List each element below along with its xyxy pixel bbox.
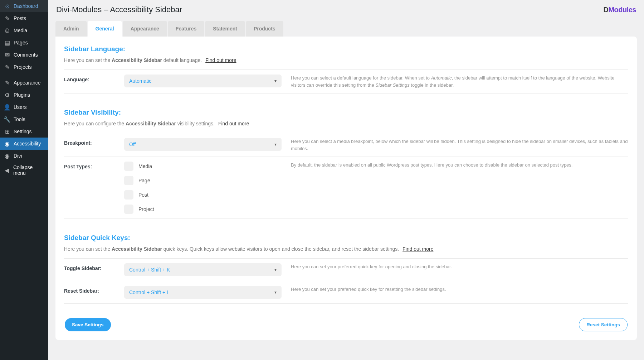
- sidebar-item-tools[interactable]: 🔧Tools: [0, 113, 48, 125]
- select-language[interactable]: Automatic ▾: [124, 75, 282, 87]
- checkbox-label-media: Media: [138, 163, 152, 169]
- sidebar-item-media[interactable]: ⎙Media: [0, 24, 48, 37]
- sidebar-item-settings[interactable]: ⊞Settings: [0, 125, 48, 138]
- field-breakpoint: Breakpoint: Off ▾ Here you can select a …: [64, 133, 628, 157]
- tab-admin[interactable]: Admin: [55, 21, 87, 37]
- label-breakpoint: Breakpoint:: [64, 138, 124, 152]
- label-posttypes: Post Types:: [64, 162, 124, 214]
- sidebar-item-appearance[interactable]: ✎Appearance: [0, 77, 48, 89]
- brand-logo: DModules: [603, 6, 636, 14]
- sidebar-item-posts[interactable]: ✎Posts: [0, 12, 48, 24]
- sidebar-item-collapse[interactable]: ◀Collapse menu: [0, 162, 48, 178]
- settings-panel: Sidebar Language: Here you can set the A…: [55, 37, 637, 340]
- field-reset-sidebar: Reset Sidebar: Control + Shift + L ▾ Her…: [64, 281, 628, 304]
- help-toggle-sidebar: Here you can set your preferred quick ke…: [282, 263, 628, 276]
- checkbox-project[interactable]: [124, 205, 133, 214]
- checkbox-post[interactable]: [124, 190, 133, 200]
- user-icon: 👤: [4, 104, 11, 111]
- sidebar-item-users[interactable]: 👤Users: [0, 101, 48, 113]
- pages-icon: ▤: [4, 39, 11, 46]
- tab-appearance[interactable]: Appearance: [123, 21, 167, 37]
- link-quickkeys-more[interactable]: Find out more: [402, 246, 433, 252]
- sidebar-item-divi[interactable]: ◉Divi: [0, 150, 48, 162]
- plug-icon: ⚙: [4, 91, 11, 99]
- save-button[interactable]: Save Settings: [65, 318, 111, 331]
- select-toggle-sidebar[interactable]: Control + Shift + K ▾: [124, 263, 282, 276]
- pin-icon: ✎: [4, 15, 11, 22]
- sidebar-item-accessibility[interactable]: ◉Accessibility: [0, 138, 48, 150]
- dashboard-icon: ⊙: [4, 3, 11, 10]
- sidebar-item-projects[interactable]: ✎Projects: [0, 61, 48, 73]
- sidebar-item-dashboard[interactable]: ⊙Dashboard: [0, 0, 48, 12]
- chevron-down-icon: ▾: [274, 78, 277, 83]
- chevron-down-icon: ▾: [274, 142, 277, 147]
- section-desc-language: Here you can set the Accessibility Sideb…: [64, 57, 628, 63]
- chevron-down-icon: ▾: [274, 290, 277, 295]
- help-language: Here you can select a default language f…: [282, 75, 628, 88]
- sliders-icon: ⊞: [4, 128, 11, 135]
- page-title: Divi-Modules – Accessibility Sidebar: [56, 5, 182, 14]
- media-icon: ⎙: [4, 27, 11, 34]
- field-language: Language: Automatic ▾ Here you can selec…: [64, 70, 628, 93]
- label-toggle-sidebar: Toggle Sidebar:: [64, 263, 124, 276]
- field-posttypes: Post Types: Media Page Post Project By d…: [64, 157, 628, 219]
- accessibility-icon: ◉: [4, 140, 11, 147]
- link-language-more[interactable]: Find out more: [205, 57, 236, 63]
- tabs: Admin General Appearance Features Statem…: [55, 21, 637, 37]
- section-title-language: Sidebar Language:: [64, 45, 628, 53]
- checkbox-media[interactable]: [124, 162, 133, 171]
- help-reset-sidebar: Here you can set your preferred quick ke…: [282, 286, 628, 299]
- main-content: Divi-Modules – Accessibility Sidebar DMo…: [48, 0, 644, 360]
- pin-icon: ✎: [4, 63, 11, 71]
- label-language: Language:: [64, 75, 124, 88]
- checkbox-page[interactable]: [124, 176, 133, 185]
- link-visibility-more[interactable]: Find out more: [218, 121, 249, 126]
- chevron-down-icon: ▾: [274, 267, 277, 272]
- sidebar-item-comments[interactable]: ✉Comments: [0, 49, 48, 61]
- help-breakpoint: Here you can select a media breakpoint, …: [282, 138, 628, 152]
- reset-button[interactable]: Reset Settings: [579, 318, 628, 331]
- comment-icon: ✉: [4, 51, 11, 58]
- checkbox-label-project: Project: [138, 206, 154, 212]
- divi-icon: ◉: [4, 152, 11, 159]
- section-desc-visibility: Here you can configure the Accessibility…: [64, 121, 628, 126]
- admin-sidebar: ⊙Dashboard ✎Posts ⎙Media ▤Pages ✉Comment…: [0, 0, 48, 360]
- section-title-quickkeys: Sidebar Quick Keys:: [64, 234, 628, 242]
- help-posttypes: By default, the sidebar is enabled on al…: [282, 162, 628, 214]
- tab-statement[interactable]: Statement: [205, 21, 245, 37]
- select-reset-sidebar[interactable]: Control + Shift + L ▾: [124, 286, 282, 299]
- checkbox-label-post: Post: [138, 192, 148, 198]
- sidebar-item-plugins[interactable]: ⚙Plugins: [0, 89, 48, 101]
- brush-icon: ✎: [4, 79, 11, 86]
- collapse-icon: ◀: [4, 167, 10, 174]
- tab-products[interactable]: Products: [246, 21, 283, 37]
- field-toggle-sidebar: Toggle Sidebar: Control + Shift + K ▾ He…: [64, 259, 628, 281]
- section-desc-quickkeys: Here you can set the Accessibility Sideb…: [64, 246, 628, 252]
- label-reset-sidebar: Reset Sidebar:: [64, 286, 124, 299]
- tab-general[interactable]: General: [88, 21, 122, 37]
- wrench-icon: 🔧: [4, 116, 11, 123]
- select-breakpoint[interactable]: Off ▾: [124, 138, 282, 151]
- sidebar-item-pages[interactable]: ▤Pages: [0, 37, 48, 49]
- checkbox-label-page: Page: [138, 178, 150, 183]
- tab-features[interactable]: Features: [168, 21, 204, 37]
- section-title-visibility: Sidebar Visibility:: [64, 109, 628, 116]
